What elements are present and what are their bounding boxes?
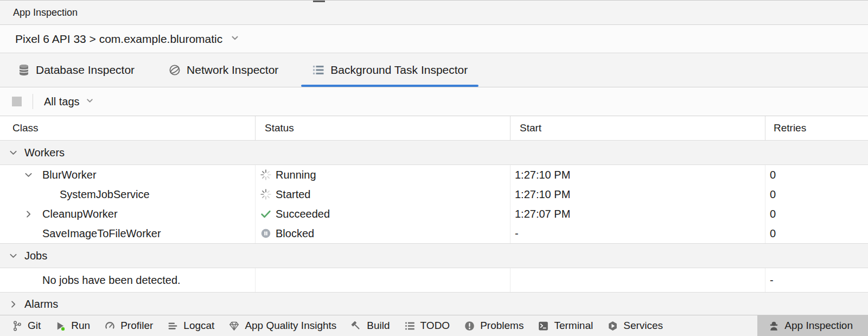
retries-count: - bbox=[770, 274, 774, 287]
start-time: - bbox=[515, 227, 519, 240]
status-bar-item-app-quality-insights[interactable]: App Quality Insights bbox=[221, 315, 343, 336]
task-table-body: WorkersBlurWorker Running1:27:10 PM0Syst… bbox=[0, 141, 868, 315]
retries-count: 0 bbox=[770, 188, 776, 201]
table-row[interactable]: SaveImageToFileWorkerBlocked-0 bbox=[0, 224, 868, 243]
status-bar-item-app-inspection[interactable]: App Inspection bbox=[757, 315, 868, 336]
git-branch-icon bbox=[11, 320, 23, 332]
status-bar-item-label: Logcat bbox=[183, 320, 214, 332]
database-icon bbox=[17, 64, 30, 77]
status-bar-item-label: Build bbox=[367, 320, 390, 332]
status-bar-item-build[interactable]: Build bbox=[343, 315, 397, 336]
succeeded-check-icon bbox=[260, 208, 272, 220]
cell-class: No jobs have been detected. bbox=[0, 268, 255, 292]
started-spinner-icon bbox=[260, 188, 272, 200]
cell-status: Started bbox=[255, 185, 510, 204]
column-header-start: Start bbox=[510, 116, 765, 140]
tab-label: Background Task Inspector bbox=[330, 64, 468, 77]
cell-start: 1:27:10 PM bbox=[510, 165, 765, 185]
status-bar-item-run[interactable]: Run bbox=[48, 315, 97, 336]
chevron-down-icon bbox=[230, 33, 240, 43]
cell-start bbox=[510, 268, 765, 292]
table-row[interactable]: SystemJobService Started1:27:10 PM0 bbox=[0, 185, 868, 204]
status-bar-item-label: TODO bbox=[420, 320, 450, 332]
tab-database-inspector[interactable]: Database Inspector bbox=[4, 53, 148, 87]
section-name: Jobs bbox=[24, 250, 47, 262]
table-row[interactable]: BlurWorker Running1:27:10 PM0 bbox=[0, 165, 868, 185]
section-header-jobs[interactable]: Jobs bbox=[0, 243, 868, 268]
chevron-down-icon bbox=[9, 148, 18, 157]
status-bar-item-problems[interactable]: Problems bbox=[457, 315, 531, 336]
column-header-class: Class bbox=[0, 116, 255, 140]
cell-retries: 0 bbox=[765, 224, 868, 243]
chevron-right-icon[interactable] bbox=[24, 210, 42, 219]
status-bar-item-label: App Inspection bbox=[784, 320, 853, 332]
tab-network-inspector[interactable]: Network Inspector bbox=[155, 53, 291, 87]
logcat-icon bbox=[167, 320, 178, 332]
cell-status: Blocked bbox=[255, 224, 510, 243]
table-row[interactable]: No jobs have been detected.- bbox=[0, 268, 868, 292]
cell-class: BlurWorker bbox=[0, 165, 255, 185]
cell-class: SystemJobService bbox=[0, 185, 255, 204]
start-time: 1:27:07 PM bbox=[515, 208, 570, 220]
start-time: 1:27:10 PM bbox=[515, 188, 570, 201]
tab-label: Database Inspector bbox=[36, 64, 135, 77]
status-label: Running bbox=[276, 169, 316, 181]
globe-icon bbox=[168, 64, 181, 77]
cell-retries: 0 bbox=[765, 185, 868, 204]
cell-start: 1:27:07 PM bbox=[510, 204, 765, 224]
table-row[interactable]: CleanupWorkerSucceeded1:27:07 PM0 bbox=[0, 204, 868, 224]
section-header-workers[interactable]: Workers bbox=[0, 141, 868, 165]
section-name: Alarms bbox=[24, 298, 58, 310]
class-name: SystemJobService bbox=[60, 188, 150, 201]
status-bar-item-profiler[interactable]: Profiler bbox=[97, 315, 160, 336]
status-bar-item-todo[interactable]: TODO bbox=[397, 315, 457, 336]
status-bar-item-logcat[interactable]: Logcat bbox=[160, 315, 221, 336]
section-header-alarms[interactable]: Alarms bbox=[0, 292, 868, 315]
tab-label: Network Inspector bbox=[187, 64, 278, 77]
status-bar-item-terminal[interactable]: Terminal bbox=[531, 315, 600, 336]
cell-retries: 0 bbox=[765, 165, 868, 185]
stop-inspection-icon[interactable] bbox=[12, 97, 22, 106]
start-time: 1:27:10 PM bbox=[515, 169, 570, 181]
device-process-selector[interactable]: Pixel 6 API 33 > com.example.bluromatic bbox=[0, 25, 868, 53]
run-icon bbox=[55, 320, 66, 332]
cell-status: Succeeded bbox=[255, 204, 510, 224]
app-inspection-tool-window: App Inspection Pixel 6 API 33 > com.exam… bbox=[0, 0, 868, 336]
inspector-toolbar: All tags bbox=[0, 87, 868, 116]
running-spinner-icon bbox=[260, 169, 272, 181]
section-name: Workers bbox=[24, 147, 65, 159]
toolbar-divider bbox=[33, 94, 33, 109]
services-icon bbox=[607, 320, 618, 332]
tab-background-task-inspector[interactable]: Background Task Inspector bbox=[299, 53, 481, 87]
column-header-label: Class bbox=[12, 122, 39, 134]
cell-start: 1:27:10 PM bbox=[510, 185, 765, 204]
profiler-icon bbox=[104, 320, 116, 332]
terminal-icon bbox=[538, 320, 549, 332]
task-list-icon bbox=[312, 64, 325, 77]
all-tags-dropdown[interactable]: All tags bbox=[44, 96, 94, 108]
device-process-label: Pixel 6 API 33 > com.example.bluromatic bbox=[15, 33, 222, 46]
cell-status: Running bbox=[255, 165, 510, 185]
chevron-down-icon[interactable] bbox=[24, 170, 42, 180]
status-bar-item-label: Run bbox=[71, 320, 90, 332]
tool-window-header: App Inspection bbox=[0, 1, 868, 25]
status-bar-item-label: Profiler bbox=[120, 320, 153, 332]
class-name: No jobs have been detected. bbox=[42, 274, 181, 287]
cell-class: SaveImageToFileWorker bbox=[0, 224, 255, 243]
class-name: CleanupWorker bbox=[42, 208, 118, 220]
todo-list-icon bbox=[404, 320, 416, 332]
column-header-retries: Retries bbox=[765, 116, 868, 140]
cell-retries: - bbox=[765, 268, 868, 292]
chevron-down-icon bbox=[24, 170, 33, 180]
chevron-down-icon bbox=[9, 251, 18, 261]
chevron-down-icon bbox=[85, 96, 94, 105]
app-inspection-icon bbox=[768, 320, 780, 332]
hammer-icon bbox=[350, 320, 362, 332]
chevron-down-icon bbox=[85, 96, 94, 108]
chevron-right-icon bbox=[24, 210, 33, 219]
column-header-label: Status bbox=[265, 122, 294, 134]
table-header: ClassStatusStartRetries bbox=[0, 116, 868, 141]
status-bar-item-services[interactable]: Services bbox=[600, 315, 670, 336]
status-bar-item-git[interactable]: Git bbox=[4, 315, 48, 336]
chevron-down-icon bbox=[226, 33, 240, 46]
